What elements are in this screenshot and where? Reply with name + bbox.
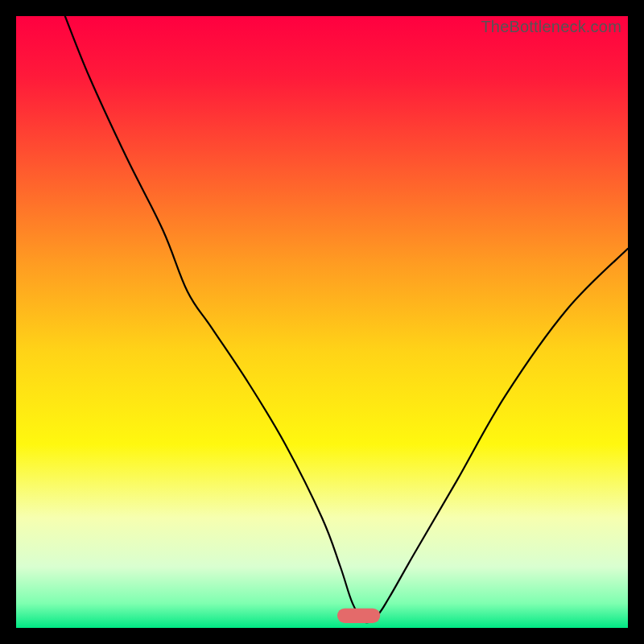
- sweet-spot-marker: [337, 609, 380, 623]
- watermark-text: TheBottleneck.com: [481, 18, 621, 36]
- plot-area: TheBottleneck.com: [16, 16, 628, 628]
- chart-svg: [16, 16, 628, 628]
- chart-frame: TheBottleneck.com: [0, 0, 644, 644]
- gradient-background: [16, 16, 628, 628]
